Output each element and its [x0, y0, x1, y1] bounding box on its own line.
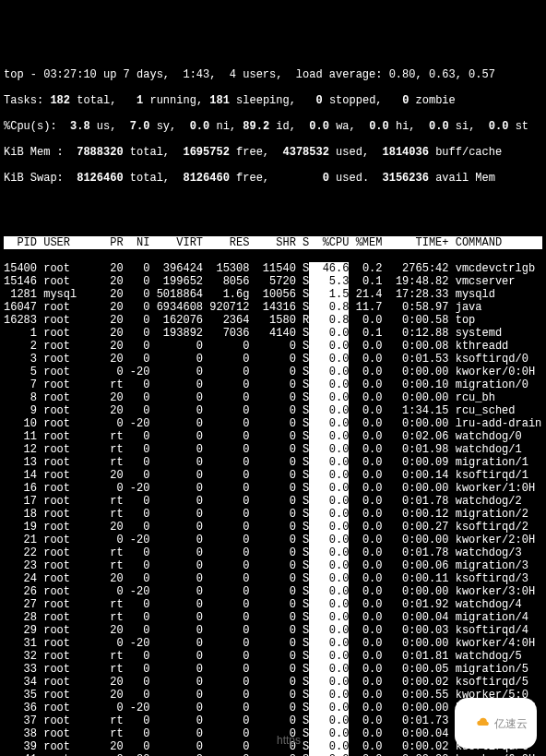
cpu-line: %Cpu(s): 3.8 us, 7.0 sy, 0.0 ni, 89.2 id… — [4, 120, 542, 133]
process-row[interactable]: 12 root rt 0 0 0 0 S 0.0 0.0 0:01.98 wat… — [4, 443, 542, 456]
cloud-icon — [464, 702, 491, 745]
process-row[interactable]: 28 root rt 0 0 0 0 S 0.0 0.0 0:00.04 mig… — [4, 611, 542, 624]
process-row[interactable]: 29 root 20 0 0 0 0 S 0.0 0.0 0:00.03 kso… — [4, 624, 542, 637]
process-list[interactable]: 15400 root 20 0 396424 15308 11540 S 46.… — [4, 262, 542, 756]
process-row[interactable]: 13 root rt 0 0 0 0 S 0.0 0.0 0:00.09 mig… — [4, 456, 542, 469]
process-row[interactable]: 11 root rt 0 0 0 0 S 0.0 0.0 0:02.06 wat… — [4, 430, 542, 443]
uptime-line: top - 03:27:10 up 7 days, 1:43, 4 users,… — [4, 68, 542, 81]
process-row[interactable]: 16047 root 20 0 6934608 920712 14316 S 0… — [4, 301, 542, 314]
watermark-text: 亿速云 — [494, 717, 528, 730]
process-row[interactable]: 16 root 0 -20 0 0 0 S 0.0 0.0 0:00.00 kw… — [4, 482, 542, 495]
process-row[interactable]: 33 root rt 0 0 0 0 S 0.0 0.0 0:00.05 mig… — [4, 663, 542, 676]
top-summary: top - 03:27:10 up 7 days, 1:43, 4 users,… — [4, 55, 542, 198]
process-row[interactable]: 8 root 20 0 0 0 0 S 0.0 0.0 0:00.00 rcu_… — [4, 391, 542, 404]
mem-line: KiB Mem : 7888320 total, 1695752 free, 4… — [4, 146, 542, 159]
watermark-badge: 亿速云 — [455, 698, 537, 749]
process-row[interactable]: 24 root 20 0 0 0 0 S 0.0 0.0 0:00.11 kso… — [4, 572, 542, 585]
process-row[interactable]: 7 root rt 0 0 0 0 S 0.0 0.0 0:00.10 migr… — [4, 378, 542, 391]
process-row[interactable]: 14 root 20 0 0 0 0 S 0.0 0.0 0:00.14 kso… — [4, 469, 542, 482]
process-row[interactable]: 15146 root 20 0 199652 8056 5720 S 5.3 0… — [4, 275, 542, 288]
process-row[interactable]: 32 root rt 0 0 0 0 S 0.0 0.0 0:01.81 wat… — [4, 650, 542, 663]
process-row[interactable]: 22 root rt 0 0 0 0 S 0.0 0.0 0:01.78 wat… — [4, 546, 542, 559]
process-row[interactable]: 18 root rt 0 0 0 0 S 0.0 0.0 0:00.12 mig… — [4, 508, 542, 521]
swap-line: KiB Swap: 8126460 total, 8126460 free, 0… — [4, 172, 542, 185]
process-row[interactable]: 31 root 0 -20 0 0 0 S 0.0 0.0 0:00.00 kw… — [4, 637, 542, 650]
process-row[interactable]: 23 root rt 0 0 0 0 S 0.0 0.0 0:00.06 mig… — [4, 559, 542, 572]
process-row[interactable]: 26 root 0 -20 0 0 0 S 0.0 0.0 0:00.00 kw… — [4, 585, 542, 598]
faded-url-text: https — [277, 734, 301, 747]
process-row[interactable]: 3 root 20 0 0 0 0 S 0.0 0.0 0:01.53 ksof… — [4, 353, 542, 366]
process-row[interactable]: 21 root 0 -20 0 0 0 S 0.0 0.0 0:00.00 kw… — [4, 534, 542, 546]
process-row[interactable]: 1281 mysql 20 0 5018864 1.6g 10056 S 1.5… — [4, 288, 542, 301]
process-row[interactable]: 27 root rt 0 0 0 0 S 0.0 0.0 0:01.92 wat… — [4, 598, 542, 611]
process-row[interactable]: 1 root 20 0 193892 7036 4140 S 0.0 0.1 0… — [4, 327, 542, 340]
process-row[interactable]: 10 root 0 -20 0 0 0 S 0.0 0.0 0:00.00 lr… — [4, 417, 542, 430]
process-row[interactable]: 9 root 20 0 0 0 0 S 0.0 0.0 1:34.15 rcu_… — [4, 404, 542, 417]
process-row[interactable]: 17 root rt 0 0 0 0 S 0.0 0.0 0:01.78 wat… — [4, 495, 542, 508]
process-row[interactable]: 34 root 20 0 0 0 0 S 0.0 0.0 0:00.02 kso… — [4, 676, 542, 689]
column-header: PID USER PR NI VIRT RES SHR S %CPU %MEM … — [4, 236, 542, 249]
tasks-line: Tasks: 182 total, 1 running, 181 sleepin… — [4, 94, 542, 107]
process-row[interactable]: 16283 root 20 0 162076 2364 1580 R 0.8 0… — [4, 314, 542, 327]
process-row[interactable]: 2 root 20 0 0 0 0 S 0.0 0.0 0:00.08 kthr… — [4, 340, 542, 353]
process-row[interactable]: 15400 root 20 0 396424 15308 11540 S 46.… — [4, 262, 542, 275]
process-row[interactable]: 5 root 0 -20 0 0 0 S 0.0 0.0 0:00.00 kwo… — [4, 366, 542, 378]
process-row[interactable]: 19 root 20 0 0 0 0 S 0.0 0.0 0:00.27 kso… — [4, 521, 542, 534]
